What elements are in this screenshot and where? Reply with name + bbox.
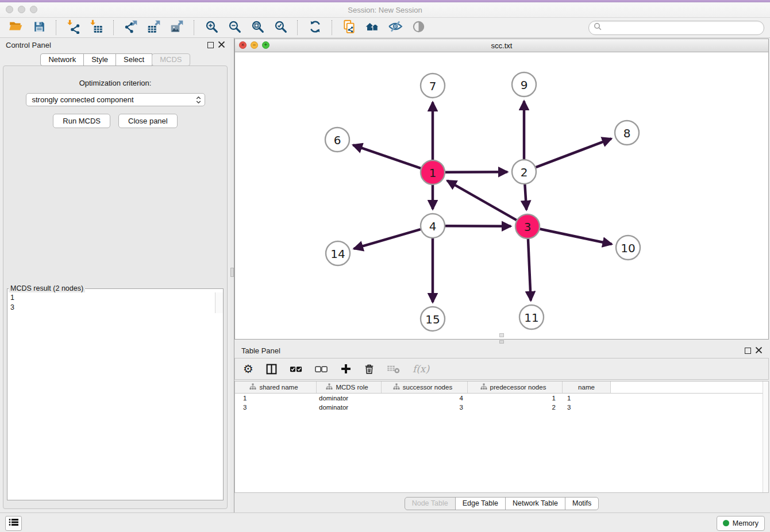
column-header-successor-nodes[interactable]: successor nodes — [382, 381, 468, 393]
cell-name[interactable]: 3 — [563, 404, 611, 411]
column-header-shared-name[interactable]: shared name — [235, 381, 317, 393]
graph-node-14[interactable]: 14 — [326, 241, 350, 265]
graph-node-4[interactable]: 4 — [421, 214, 445, 238]
graph-node-7[interactable]: 7 — [421, 74, 445, 98]
cell-shared-name[interactable]: 1 — [235, 395, 317, 402]
network-canvas[interactable]: 7968124314101511 — [235, 52, 768, 339]
table-row[interactable]: 1 dominator 4 1 1 — [235, 394, 768, 403]
graph-node-15[interactable]: 15 — [421, 307, 445, 331]
tab-mcds[interactable]: MCDS — [152, 53, 190, 66]
search-input[interactable] — [605, 23, 759, 33]
minimize-window-icon[interactable] — [18, 6, 25, 13]
float-panel-icon[interactable] — [207, 42, 214, 48]
minimize-network-icon[interactable]: − — [251, 41, 258, 49]
memory-button[interactable]: Memory — [717, 516, 765, 531]
mcds-result-list[interactable]: 1 3 — [7, 292, 215, 313]
horizontal-splitter[interactable] — [234, 340, 769, 344]
tab-network-table[interactable]: Network Table — [505, 497, 565, 510]
delete-row-icon[interactable] — [364, 363, 375, 375]
graph-node-2[interactable]: 2 — [512, 160, 536, 184]
cell-predecessor-nodes[interactable]: 1 — [468, 395, 563, 402]
gear-icon[interactable]: ⚙ — [243, 363, 253, 375]
run-mcds-button[interactable]: Run MCDS — [53, 114, 110, 128]
tab-network[interactable]: Network — [40, 53, 84, 66]
close-panel-icon[interactable] — [756, 345, 762, 356]
table-scrollbar[interactable] — [763, 381, 768, 492]
table-row[interactable]: 3 dominator 3 2 3 — [235, 403, 768, 412]
graph-node-1[interactable]: 1 — [421, 160, 445, 184]
zoom-in-button[interactable] — [201, 19, 222, 36]
splitter-grip[interactable] — [230, 268, 234, 277]
graph-node-3[interactable]: 3 — [515, 214, 540, 238]
maximize-network-icon[interactable]: + — [262, 41, 270, 49]
vertical-splitter[interactable] — [230, 38, 234, 512]
cell-shared-name[interactable]: 3 — [235, 404, 317, 411]
mcds-panel: Optimization criterion: strongly connect… — [3, 65, 228, 509]
graph-edge-4-3[interactable] — [445, 226, 511, 226]
graph-node-9[interactable]: 9 — [512, 72, 536, 97]
zoom-out-button[interactable] — [224, 19, 245, 36]
svg-text:7: 7 — [429, 79, 437, 93]
graph-edge-1-2[interactable] — [445, 172, 507, 172]
open-session-button[interactable] — [6, 19, 26, 36]
column-header-mcds-role[interactable]: MCDS role — [317, 381, 382, 393]
save-session-button[interactable] — [29, 19, 49, 36]
zoom-fit-button[interactable] — [247, 19, 268, 36]
network-window-titlebar[interactable]: × − + scc.txt — [235, 39, 768, 52]
export-table-button[interactable] — [144, 19, 164, 36]
graph-edge-2-8[interactable] — [536, 138, 611, 167]
graph-edge-3-11[interactable] — [528, 239, 531, 300]
close-window-icon[interactable] — [6, 6, 13, 13]
import-table-button[interactable] — [86, 19, 107, 36]
cell-successor-nodes[interactable]: 3 — [382, 404, 468, 411]
deselect-all-icon[interactable] — [315, 365, 328, 373]
add-row-icon[interactable] — [340, 363, 352, 375]
show-all-button[interactable] — [408, 19, 429, 36]
tab-motifs[interactable]: Motifs — [565, 497, 599, 510]
result-scrollbar[interactable] — [215, 292, 223, 313]
graph-node-6[interactable]: 6 — [325, 128, 349, 152]
close-panel-button[interactable]: Close panel — [118, 114, 178, 128]
graph-node-10[interactable]: 10 — [616, 236, 640, 260]
graph-edge-2-3[interactable] — [525, 184, 526, 210]
criterion-dropdown[interactable]: strongly connected component — [26, 93, 205, 106]
function-builder-icon[interactable]: f(x) — [413, 364, 429, 374]
zoom-selected-button[interactable] — [270, 19, 291, 36]
cell-successor-nodes[interactable]: 4 — [382, 395, 468, 402]
control-panel-header: Control Panel — [0, 38, 230, 52]
graph-node-8[interactable]: 8 — [615, 121, 639, 145]
tab-node-table[interactable]: Node Table — [405, 497, 456, 510]
cell-mcds-role[interactable]: dominator — [317, 395, 382, 402]
task-history-button[interactable] — [5, 516, 22, 531]
graph-edge-4-14[interactable] — [354, 229, 421, 249]
cell-name[interactable]: 1 — [563, 395, 611, 402]
tab-select[interactable]: Select — [116, 53, 152, 66]
export-image-button[interactable] — [167, 19, 187, 36]
graph-node-11[interactable]: 11 — [519, 305, 544, 329]
import-network-button[interactable] — [63, 19, 84, 36]
zoom-window-icon[interactable] — [30, 6, 37, 13]
canvas-resize-grip[interactable] — [499, 333, 504, 337]
hide-selected-button[interactable] — [385, 19, 406, 36]
cell-mcds-role[interactable]: dominator — [317, 404, 382, 411]
refresh-layout-button[interactable] — [305, 19, 325, 36]
delete-table-icon[interactable] — [387, 364, 401, 374]
column-header-name[interactable]: name — [563, 381, 611, 393]
select-all-icon[interactable] — [290, 365, 303, 373]
cell-predecessor-nodes[interactable]: 2 — [468, 404, 563, 411]
column-layout-icon[interactable] — [265, 363, 278, 375]
close-network-icon[interactable]: × — [239, 41, 247, 49]
graph-edge-1-6[interactable] — [353, 145, 421, 168]
export-network-button[interactable] — [121, 19, 141, 36]
close-panel-icon[interactable] — [218, 40, 225, 50]
graph-edge-3-1[interactable] — [447, 180, 517, 220]
first-neighbors-button[interactable] — [362, 19, 383, 36]
graph-edge-3-10[interactable] — [540, 229, 612, 244]
tab-edge-table[interactable]: Edge Table — [455, 497, 506, 510]
clone-network-button[interactable] — [339, 19, 360, 36]
float-panel-icon[interactable] — [745, 348, 751, 354]
search-field[interactable] — [588, 21, 764, 35]
tab-style[interactable]: Style — [83, 53, 116, 66]
column-header-predecessor-nodes[interactable]: predecessor nodes — [468, 381, 563, 393]
splitter-grip[interactable] — [499, 340, 504, 344]
